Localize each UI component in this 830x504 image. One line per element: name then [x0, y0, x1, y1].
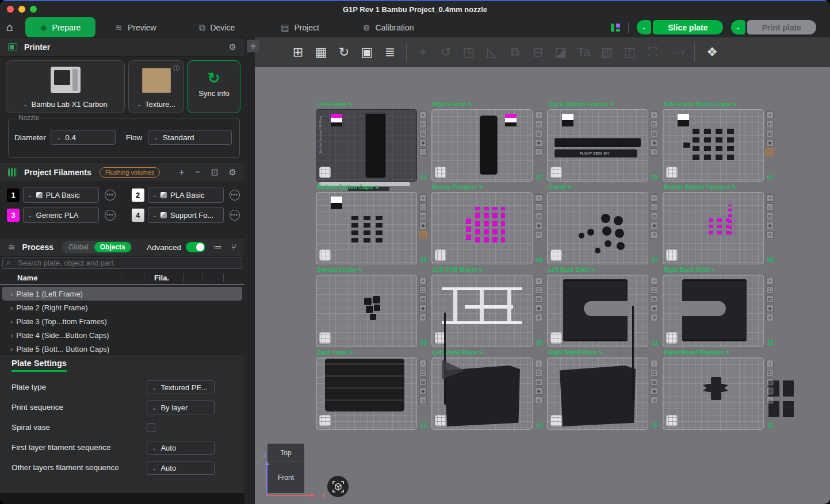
lock-plate-icon[interactable]: ◉	[419, 222, 427, 229]
filament-1-swatch[interactable]: 1	[7, 188, 20, 202]
delete-plate-icon[interactable]: ×	[766, 277, 774, 284]
plate-settings-icon[interactable]: ▤	[419, 213, 427, 220]
other-layers-sequence-select[interactable]: ⌄Auto	[147, 461, 215, 475]
plate-grid-chip-icon[interactable]	[550, 332, 562, 344]
expand-icon[interactable]: ›	[10, 303, 13, 312]
filament-2-edit-button[interactable]: •••	[230, 190, 240, 201]
plate-settings-icon[interactable]: ▤	[766, 295, 774, 303]
plate-objects-thumbnail[interactable]	[547, 357, 648, 430]
lock-plate-icon[interactable]: ◉	[535, 305, 542, 312]
print-options-dropdown[interactable]: ⌄	[731, 20, 745, 34]
delete-plate-icon[interactable]: ×	[651, 194, 658, 202]
first-layer-sequence-select[interactable]: ⌄Auto	[147, 441, 215, 455]
plate-cell-06[interactable]: Button Plungers✎ ×◱▤◉⊙ 06	[431, 192, 533, 264]
arrange-plate-icon[interactable]: ◱	[535, 286, 542, 294]
expand-icon[interactable]: ›	[10, 345, 13, 353]
plate-cell-02[interactable]: Right Frame✎ ×◱▤◉⊙ 02	[431, 109, 533, 182]
lock-plate-icon[interactable]: ◉	[535, 139, 542, 147]
plate-name-icon[interactable]: ⊙	[535, 231, 542, 238]
arrange-plate-icon[interactable]: ◱	[651, 121, 658, 128]
expand-icon[interactable]: ›	[10, 290, 13, 298]
build-plate-card[interactable]: ⓘ ⌄Texture...	[128, 60, 184, 113]
plate-cell-05[interactable]: Bottom Button Caps✎ ×◱▤◉⊙ 05	[316, 192, 417, 264]
plate-label[interactable]: Left Back Shell✎	[548, 267, 595, 273]
plate-label[interactable]: Left Stand Piece✎	[433, 349, 483, 356]
arrange-plate-icon[interactable]: ◱	[419, 121, 427, 128]
plate-objects-thumbnail[interactable]	[547, 192, 648, 264]
plate-cell-07[interactable]: Knobs✎ ×◱▤◉⊙ 07	[547, 192, 648, 264]
plate-label[interactable]: Right Frame✎	[433, 101, 472, 107]
edit-plate-name-icon[interactable]: ✎	[479, 350, 484, 356]
plate-name-icon[interactable]: ⊙	[419, 397, 427, 404]
nozzle-diameter-select[interactable]: ⌄ 0.4	[51, 130, 116, 145]
edit-plate-name-icon[interactable]: ✎	[468, 102, 472, 107]
ams-sync-icon[interactable]: ⊡	[211, 167, 219, 178]
plate-grid-chip-icon[interactable]	[666, 249, 678, 261]
plate-settings-icon[interactable]: ▤	[535, 130, 542, 137]
delete-plate-icon[interactable]: ×	[419, 277, 427, 284]
plate-settings-icon[interactable]: ▤	[651, 130, 658, 137]
filament-3-swatch[interactable]: 3	[7, 209, 20, 222]
arrange-plate-icon[interactable]: ◱	[766, 203, 774, 211]
plate-name-icon[interactable]: ⊙	[419, 148, 427, 156]
arrange-plate-icon[interactable]: ◱	[419, 369, 427, 376]
arrange-icon[interactable]: ▣	[355, 45, 378, 60]
edit-plate-name-icon[interactable]: ✎	[732, 102, 737, 107]
print-plate-button[interactable]: Print plate	[747, 20, 816, 34]
plate-name-icon[interactable]: ⊙	[651, 314, 658, 321]
plate-settings-icon[interactable]: ▤	[535, 378, 542, 386]
plate-cell-04[interactable]: Side Frame Button Caps✎ ×◱▤◉⊙ 04	[663, 109, 764, 182]
plate-settings-icon[interactable]: ▤	[419, 378, 427, 386]
plate-name-icon[interactable]: ⊙	[535, 397, 542, 404]
edit-plate-name-icon[interactable]: ✎	[599, 350, 603, 356]
lock-plate-icon[interactable]: ◉	[766, 387, 774, 395]
plate-label[interactable]: Back cover✎	[317, 349, 354, 356]
sync-info-button[interactable]: ↻ Sync info	[188, 60, 240, 113]
arrange-plate-icon[interactable]: ◱	[766, 121, 774, 128]
lock-plate-icon[interactable]: ◉	[766, 139, 774, 147]
plate-name-icon[interactable]: ⊙	[651, 148, 658, 156]
cube-face-top[interactable]: Top	[267, 444, 304, 462]
plate-settings-icon[interactable]: ▤	[766, 378, 774, 386]
slice-plate-button[interactable]: Slice plate	[653, 20, 722, 34]
delete-plate-icon[interactable]: ×	[766, 194, 774, 202]
arrange-status-icon[interactable]	[611, 23, 620, 32]
plate-label[interactable]: Top & Bottom Frames✎	[548, 101, 614, 107]
plate-name-icon[interactable]: ⊙	[766, 148, 774, 156]
lock-plate-icon[interactable]: ◉	[419, 139, 427, 147]
plate-objects-thumbnail[interactable]	[431, 275, 533, 347]
edit-plate-name-icon[interactable]: ✎	[374, 184, 379, 190]
delete-plate-icon[interactable]: ×	[766, 111, 774, 119]
plate-objects-thumbnail[interactable]	[316, 275, 417, 347]
zoom-window-button[interactable]	[30, 6, 37, 13]
arrange-plate-icon[interactable]: ◱	[419, 203, 427, 211]
plate-label[interactable]: Bottom Button Caps✎	[317, 184, 379, 190]
arrange-plate-icon[interactable]: ◱	[651, 369, 658, 376]
plate-name-icon[interactable]: ⊙	[766, 231, 774, 238]
more-tools-button[interactable]: ⋯ ˅	[664, 47, 690, 58]
plate-objects-thumbnail[interactable]	[431, 357, 533, 430]
plate-objects-thumbnail[interactable]	[431, 192, 533, 264]
plate-label[interactable]: Side Frame Button Caps✎	[664, 101, 737, 107]
plate-name-icon[interactable]: ⊙	[651, 397, 658, 404]
add-filament-icon[interactable]: +	[179, 167, 185, 178]
plate-list-row-4[interactable]: ›Plate 4 (Side...Button Caps)	[2, 328, 242, 342]
lock-plate-icon[interactable]: ◉	[766, 305, 774, 312]
plate-cell-10[interactable]: LCD PCB Mount✎ ×◱▤◉⊙ 10	[431, 275, 533, 347]
plate-cell-16[interactable]: Panel Mount Brackets✎ ×◱▤◉⊙ 16	[663, 357, 764, 430]
expand-icon[interactable]: ›	[10, 317, 13, 326]
add-plate-icon[interactable]: ▦	[309, 45, 332, 60]
plate-grid-chip-icon[interactable]	[666, 332, 678, 344]
plate-objects-thumbnail[interactable]	[663, 357, 764, 430]
edit-plate-name-icon[interactable]: ✎	[358, 267, 363, 273]
filament-4-edit-button[interactable]: •••	[230, 210, 240, 221]
slice-options-dropdown[interactable]: ⌄	[637, 20, 651, 34]
plate-cell-03[interactable]: Top & Bottom Frames✎ FLIGHT DECK DIY ×◱▤…	[547, 109, 648, 182]
delete-plate-icon[interactable]: ×	[651, 277, 658, 284]
plate-name-icon[interactable]: ⊙	[766, 314, 774, 321]
plate-cell-01[interactable]: Left Frame✎ Bambu Textured PEI Plate ×◱▤…	[316, 109, 417, 182]
delete-plate-icon[interactable]: ×	[535, 111, 542, 119]
plate-label[interactable]: Right Stand Piece✎	[548, 349, 603, 356]
plate-grid-chip-icon[interactable]	[319, 332, 331, 344]
plate-settings-icon[interactable]: ▤	[766, 213, 774, 220]
